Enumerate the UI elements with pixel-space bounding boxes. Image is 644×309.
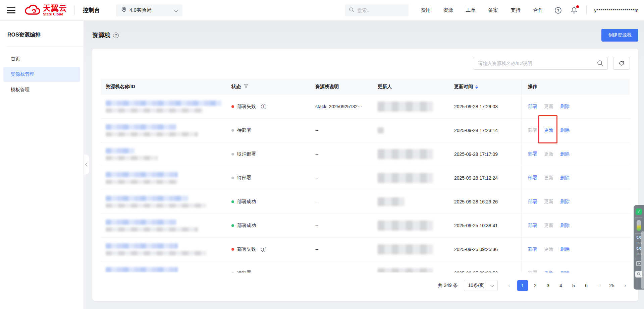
sidebar-collapse-handle[interactable] [84,154,90,175]
hamburger-menu-icon[interactable] [7,7,15,13]
update-time: 2025-09-28 17:12:24 [454,175,498,181]
page-number-5[interactable]: 5 [568,280,579,291]
create-stack-button[interactable]: 创建资源栈 [601,29,638,42]
divider [7,47,84,47]
sidebar-item-template-management[interactable]: 模板管理 [0,82,84,97]
nav-link-filing[interactable]: 备案 [488,7,498,13]
delete-link[interactable]: 删除 [560,223,570,229]
upload-speed-value: 0.0 [637,236,641,239]
stack-name-redacted[interactable] [106,172,178,177]
arrow-up-icon: ↑ [636,242,637,245]
global-search-input[interactable] [357,8,401,13]
update-link[interactable]: 更新 [544,151,553,157]
stack-name-redacted[interactable] [106,148,135,153]
sort-icon[interactable] [475,85,478,89]
update-link[interactable]: 更新 [544,175,553,181]
username[interactable]: y*******************m [594,8,639,13]
delete-link[interactable]: 删除 [560,127,570,133]
column-header-updater: 更新人 [373,84,449,90]
update-link[interactable]: 更新 [544,246,553,252]
table-row: 取消部署 ! -- 2025-09-28 17:17:09 部署 更新 删除 [101,142,630,166]
page-number-6[interactable]: 6 [581,280,592,291]
nav-link-cooperation[interactable]: 合作 [533,7,543,13]
update-time: 2025-09-28 16:29:26 [454,199,498,204]
gauge-pill-icon [637,220,641,231]
stack-id-redacted [106,156,158,160]
delete-link[interactable]: 删除 [560,199,570,205]
console-label[interactable]: 控制台 [83,6,100,14]
stack-name-redacted[interactable] [106,196,188,201]
sidebar-item-stack-management[interactable]: 资源栈管理 [3,67,80,82]
page-help-icon[interactable]: ? [113,33,119,38]
pagination: 共 249 条 10条/页 ‹ 123456···25 › [92,280,630,291]
error-info-icon[interactable]: ! [261,247,266,252]
logo-cn-text: 天翼云 [43,4,67,12]
status-label: 部署成功 [237,223,256,229]
update-link[interactable]: 更新 [544,199,553,205]
refresh-button[interactable] [613,57,630,70]
page-number-3[interactable]: 3 [543,280,553,291]
nav-link-resources[interactable]: 资源 [443,7,453,13]
stack-name-redacted[interactable] [106,124,176,130]
nav-link-tickets[interactable]: 工单 [466,7,476,13]
scrollbar-thumb[interactable] [641,231,644,289]
status-label: 部署成功 [237,199,256,205]
delete-link[interactable]: 删除 [560,246,570,252]
status-label: 取消部署 [237,151,256,157]
delete-link[interactable]: 删除 [560,270,570,272]
delete-link[interactable]: 删除 [560,175,570,181]
update-link[interactable]: 更新 [544,223,553,229]
help-icon[interactable]: ? [554,7,562,14]
nav-link-fees[interactable]: 费用 [421,7,431,13]
stack-table-card: 资源栈名称/ID 状态 资源栈说明 更新人 更新时间 操作 [92,49,638,301]
global-search[interactable] [345,4,409,16]
stack-name-redacted[interactable] [106,220,176,225]
sidebar-item-home[interactable]: 首页 [0,52,84,66]
stack-id-redacted [106,203,206,208]
update-link[interactable]: 更新 [544,127,553,133]
page-number-4[interactable]: 4 [555,280,566,291]
deploy-link[interactable]: 部署 [528,270,537,272]
deploy-link[interactable]: 部署 [528,246,537,252]
status-dot [231,272,234,272]
delete-link[interactable]: 删除 [560,104,570,110]
next-page-button[interactable]: › [621,281,630,291]
deploy-link[interactable]: 部署 [528,151,537,157]
deploy-link[interactable]: 部署 [528,175,537,181]
stack-name-redacted[interactable] [106,101,221,106]
stack-name-redacted[interactable] [106,243,178,249]
shield-check-icon[interactable]: ✓ [636,208,642,215]
page-number-1[interactable]: 1 [517,280,528,291]
stack-id-redacted [106,180,178,184]
search-icon[interactable] [597,60,603,68]
update-link[interactable]: 更新 [544,270,553,272]
page-number-2[interactable]: 2 [530,280,541,291]
arrow-down-icon: ↓ [636,253,637,256]
table-row: 部署失败 ! -- 2025-09-25 09:25:36 部署 更新 删除 [101,238,630,261]
notification-bell-icon[interactable] [571,7,578,14]
column-header-description: 资源栈说明 [310,84,373,90]
deploy-link[interactable]: 部署 [528,104,537,110]
logo[interactable]: 天翼云 State Cloud [25,4,67,16]
page-number-25[interactable]: 25 [606,280,617,291]
nav-link-support[interactable]: 支持 [511,7,521,13]
stack-search-input[interactable] [473,57,608,70]
error-info-icon[interactable]: ! [261,104,266,109]
delete-link[interactable]: 删除 [560,151,570,157]
screenshot-crop-icon[interactable] [636,261,642,268]
updater-redacted [378,244,433,254]
logo-en-text: State Cloud [43,13,67,16]
prev-page-button[interactable]: ‹ [504,281,514,291]
page-ellipsis[interactable]: ··· [594,280,604,291]
deploy-link[interactable]: 部署 [528,127,537,133]
deploy-link[interactable]: 部署 [528,223,537,229]
stack-name-redacted[interactable] [106,267,178,272]
deploy-link[interactable]: 部署 [528,199,537,205]
update-time: 2025-09-28 17:29:03 [454,104,498,109]
stack-description: -- [315,199,318,204]
update-link[interactable]: 更新 [544,104,553,110]
updater-redacted [378,221,433,231]
region-selector[interactable]: 4.0实验局 [116,4,182,16]
page-size-select[interactable]: 10条/页 [464,280,498,291]
filter-funnel-icon[interactable] [244,84,248,89]
